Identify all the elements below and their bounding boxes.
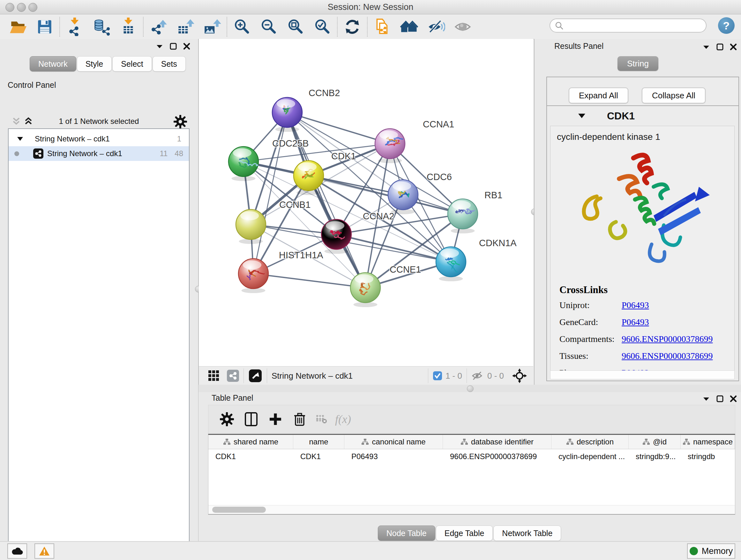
export-table-button[interactable] xyxy=(172,17,199,37)
import-network-file-button[interactable] xyxy=(61,17,88,37)
panel-menu-icon[interactable] xyxy=(155,42,164,51)
tab-string[interactable]: String xyxy=(617,56,658,71)
network-canvas[interactable]: CCNB2CCNA1CDC25BCDK1CDC6RB1CCNB1CCNA2CDK… xyxy=(199,39,533,366)
tab-node-table[interactable]: Node Table xyxy=(378,525,435,541)
results-scroll-strip[interactable] xyxy=(550,370,735,379)
string-hide-glass-button[interactable] xyxy=(422,17,449,37)
tree-expander-icon[interactable] xyxy=(16,136,24,142)
panel-close-icon[interactable] xyxy=(183,43,191,50)
birdseye-view-icon[interactable] xyxy=(248,369,262,383)
hidden-elements-icon[interactable] xyxy=(471,371,484,381)
table-horizontal-scrollbar[interactable] xyxy=(208,505,735,514)
panel-float-icon[interactable] xyxy=(170,43,177,50)
crosslink-link[interactable]: 9606.ENSP00000378699 xyxy=(622,334,713,344)
delete-column-button[interactable] xyxy=(287,408,312,430)
panel-float-icon[interactable] xyxy=(716,43,724,51)
show-columns-button[interactable] xyxy=(239,408,263,430)
tab-sets[interactable]: Sets xyxy=(152,56,186,71)
expand-all-button[interactable]: Expand All xyxy=(569,87,628,104)
warning-button[interactable] xyxy=(35,543,54,559)
tab-network[interactable]: Network xyxy=(30,56,76,71)
network-node-CCNA2[interactable] xyxy=(321,219,351,254)
network-node-RB1[interactable] xyxy=(448,199,478,233)
network-row[interactable]: String Network – cdk1 11 48 xyxy=(9,146,189,161)
fit-selected-crosshair-icon[interactable] xyxy=(512,368,527,383)
column-header-database-identifier[interactable]: database identifier xyxy=(443,435,551,449)
scrollbar-thumb[interactable] xyxy=(212,507,266,513)
import-table-file-button[interactable] xyxy=(115,17,142,37)
delete-table-button[interactable] xyxy=(312,408,331,430)
column-header-description[interactable]: description xyxy=(551,435,629,449)
selected-nodes-checkbox-icon[interactable] xyxy=(433,371,442,381)
grid-view-icon[interactable] xyxy=(208,370,220,382)
export-network-button[interactable] xyxy=(145,17,172,37)
cell-shared-name[interactable]: CDK1 xyxy=(208,449,293,463)
column-header-canonical-name[interactable]: canonical name xyxy=(344,435,443,449)
string-structure-sphere-button[interactable] xyxy=(449,17,476,37)
zoom-out-button[interactable] xyxy=(255,17,282,37)
panel-menu-icon[interactable] xyxy=(702,395,711,403)
column-header-shared-name[interactable]: shared name xyxy=(208,435,293,449)
network-list-view-icon[interactable] xyxy=(227,370,239,382)
search-input[interactable] xyxy=(563,21,706,30)
network-node-CCNB2[interactable] xyxy=(272,98,302,132)
crosslink-link[interactable]: P06493 xyxy=(622,300,649,310)
network-edge-CCNB2-HIST1H1A[interactable] xyxy=(253,112,287,273)
network-node-CDKN1A[interactable] xyxy=(436,247,466,281)
export-image-button[interactable] xyxy=(199,17,225,37)
cell-description[interactable]: cyclin-dependent ... xyxy=(551,449,629,463)
import-network-database-button[interactable] xyxy=(88,17,115,37)
node-table: shared namename canonical name database … xyxy=(208,434,735,515)
string-homes-button[interactable] xyxy=(396,17,422,37)
cell-database-identifier[interactable]: 9606.ENSP00000378699 xyxy=(443,449,551,463)
panel-float-icon[interactable] xyxy=(716,395,724,402)
network-node-CDC25B[interactable] xyxy=(228,146,259,181)
horizontal-splitter-handle[interactable] xyxy=(467,385,474,392)
gear-icon[interactable] xyxy=(174,115,187,128)
add-column-button[interactable] xyxy=(263,408,287,430)
network-collection-row[interactable]: String Network – cdk1 1 xyxy=(9,132,189,146)
network-edge-HIST1H1A-CCNE1[interactable] xyxy=(253,273,365,288)
column-header--id[interactable]: @id xyxy=(629,435,681,449)
table-row[interactable]: CDK1CDK1P064939606.ENSP00000378699cyclin… xyxy=(208,449,735,463)
network-view[interactable]: CCNB2CCNA1CDC25BCDK1CDC6RB1CCNB1CCNA2CDK… xyxy=(199,39,533,385)
column-header-namespace[interactable]: namespace xyxy=(681,435,735,449)
open-session-button[interactable] xyxy=(4,17,31,37)
table-settings-button[interactable] xyxy=(215,408,239,430)
tab-network-table[interactable]: Network Table xyxy=(493,525,561,541)
tab-select[interactable]: Select xyxy=(112,56,151,71)
tab-style[interactable]: Style xyxy=(77,56,112,71)
cell-namespace[interactable]: stringdb xyxy=(681,449,735,463)
memory-button[interactable]: Memory xyxy=(687,543,735,559)
tab-edge-table[interactable]: Edge Table xyxy=(436,525,493,541)
help-button[interactable]: ? xyxy=(718,17,735,34)
cloud-button[interactable] xyxy=(7,543,27,559)
network-node-CCNE1[interactable] xyxy=(350,273,381,307)
column-header-name[interactable]: name xyxy=(293,435,344,449)
panel-close-icon[interactable] xyxy=(730,43,737,51)
network-node-CCNA1[interactable] xyxy=(375,129,405,163)
cell-name[interactable]: CDK1 xyxy=(293,449,344,463)
network-node-CCNB1[interactable] xyxy=(236,209,266,244)
title-bar[interactable]: Session: New Session xyxy=(0,0,741,14)
zoom-selected-button[interactable] xyxy=(309,17,336,37)
panel-menu-icon[interactable] xyxy=(702,43,711,51)
cell--id[interactable]: stringdb:9... xyxy=(629,449,681,463)
function-builder-button[interactable]: f(x) xyxy=(331,408,355,430)
network-node-HIST1H1A[interactable] xyxy=(239,259,268,293)
section-expander-icon[interactable] xyxy=(577,112,586,120)
crosslink-link[interactable]: 9606.ENSP00000378699 xyxy=(622,351,713,361)
apply-layout-button[interactable] xyxy=(339,17,366,37)
save-session-button[interactable] xyxy=(31,17,58,37)
search-box[interactable] xyxy=(549,18,706,33)
node-label-CCNE1: CCNE1 xyxy=(390,264,421,274)
string-copy-document-button[interactable] xyxy=(369,17,396,37)
zoom-fit-button[interactable] xyxy=(282,17,309,37)
panel-close-icon[interactable] xyxy=(730,395,737,402)
attribute-type-icon xyxy=(361,438,369,445)
crosslink-link[interactable]: P06493 xyxy=(622,317,649,327)
collapse-all-button[interactable]: Collapse All xyxy=(642,87,705,104)
cell-canonical-name[interactable]: P06493 xyxy=(344,449,443,463)
gene-section-header[interactable]: CDK1 xyxy=(547,106,738,126)
zoom-in-button[interactable] xyxy=(228,17,255,37)
